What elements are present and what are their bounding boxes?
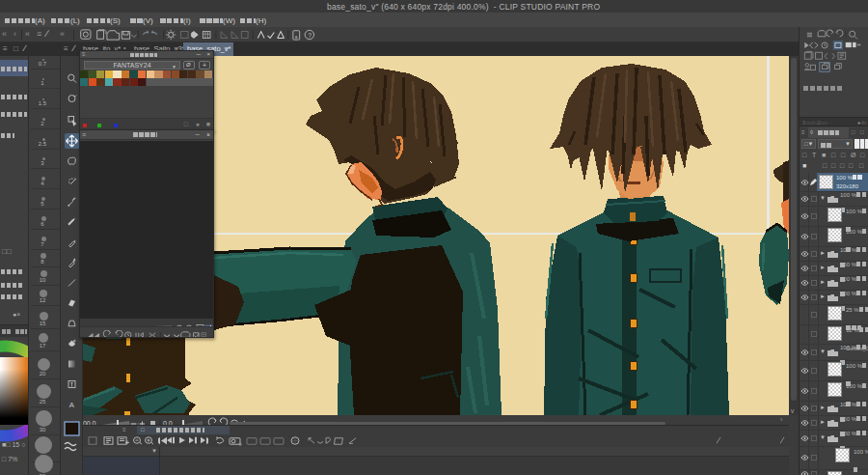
- svg-text:?: ?: [308, 32, 312, 39]
- svg-text:A: A: [69, 401, 75, 409]
